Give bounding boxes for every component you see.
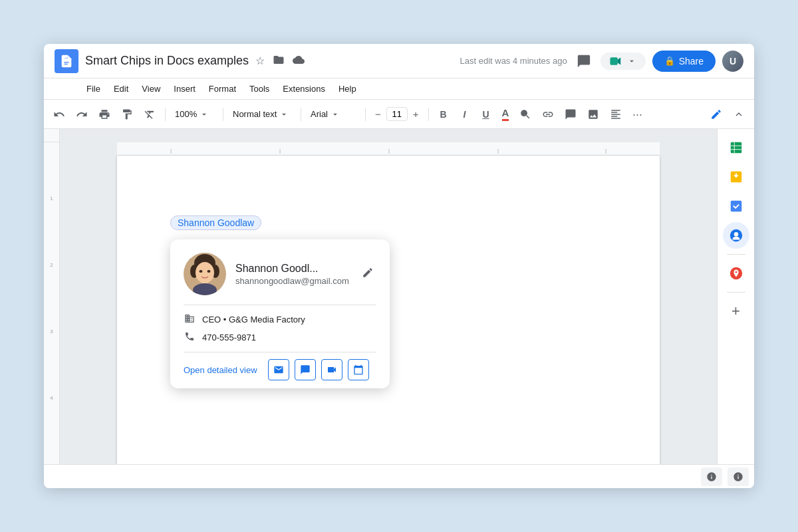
menu-bar: File Edit View Insert Format Tools Exten… [44, 78, 754, 100]
comment-inline-button[interactable] [561, 106, 581, 123]
last-edit-text: Last edit was 4 minutes ago [460, 56, 567, 66]
style-value: Normal text [233, 109, 277, 119]
building-icon [184, 313, 196, 326]
menu-format[interactable]: Format [203, 81, 241, 96]
content-area: 1 2 3 4 | | | | | Sha [44, 129, 754, 464]
title-area: Smart Chips in Docs examples ☆ [85, 53, 453, 70]
ruler-mark-4: | [605, 148, 606, 154]
user-avatar[interactable]: U [722, 51, 743, 72]
person-phone-text: 470-555-9871 [202, 332, 256, 342]
person-info: Shannon Goodl... shannongoodlaw@gmail.co… [235, 263, 350, 286]
person-card: Shannon Goodl... shannongoodlaw@gmail.co… [170, 239, 390, 388]
title-bar: Smart Chips in Docs examples ☆ Last edit… [44, 44, 754, 78]
style-select[interactable]: Normal text [229, 106, 295, 122]
open-detail-button[interactable]: Open detailed view [184, 362, 257, 378]
zoom-value: 100% [175, 109, 197, 119]
folder-icon[interactable] [271, 53, 286, 70]
menu-help[interactable]: Help [333, 81, 362, 96]
font-select[interactable]: Arial [307, 106, 360, 122]
comment-button[interactable] [574, 51, 594, 71]
smart-chip-container: Shannon Goodlaw [170, 215, 261, 230]
suggest-edits-button[interactable] [706, 106, 726, 123]
ruler-corner [44, 129, 59, 142]
star-icon[interactable]: ☆ [254, 53, 266, 68]
share-button[interactable]: 🔒 Share [652, 51, 716, 72]
left-ruler: 1 2 3 4 [44, 129, 60, 464]
calendar-action-button[interactable] [348, 359, 369, 380]
sidebar-maps-button[interactable] [723, 260, 749, 287]
svg-marker-2 [617, 57, 620, 65]
font-value: Arial [311, 109, 328, 119]
info-button[interactable] [728, 467, 749, 486]
docs-app-icon [55, 49, 78, 73]
clear-format-button[interactable] [140, 106, 160, 123]
sidebar-divider-1 [727, 254, 745, 255]
sidebar-divider-2 [727, 292, 745, 293]
person-actions: Open detailed view [184, 352, 376, 388]
font-size-area: − + [371, 106, 423, 122]
sidebar-keep-button[interactable] [723, 164, 749, 190]
ruler-mark-1: | [279, 148, 281, 154]
bold-button[interactable]: B [434, 106, 453, 122]
font-size-input[interactable] [386, 107, 408, 121]
person-edit-button[interactable] [359, 264, 376, 284]
ruler-top: | | | | | [117, 142, 660, 156]
menu-view[interactable]: View [136, 81, 166, 96]
image-button[interactable] [583, 106, 603, 123]
menu-extensions[interactable]: Extensions [277, 81, 331, 96]
smart-chip-shannon[interactable]: Shannon Goodlaw [170, 215, 261, 230]
explore-button[interactable] [701, 467, 722, 486]
menu-edit[interactable]: Edit [108, 81, 134, 96]
bottom-bar [44, 464, 754, 488]
doc-scroll[interactable]: | | | | | Shannon Goodlaw [60, 129, 717, 464]
menu-tools[interactable]: Tools [244, 81, 275, 96]
ruler-tick-4: 4 [44, 395, 59, 401]
share-label: Share [679, 56, 704, 66]
ruler-tick-3: 3 [44, 329, 59, 334]
more-button[interactable]: ⋯ [628, 106, 646, 123]
svg-rect-13 [730, 142, 741, 154]
person-header: Shannon Goodl... shannongoodlaw@gmail.co… [184, 253, 376, 295]
align-button[interactable] [606, 106, 626, 123]
toolbar-divider-4 [365, 108, 366, 121]
ruler-mark-3: | [497, 148, 499, 154]
italic-button[interactable]: I [456, 106, 474, 122]
underline-button[interactable]: U [477, 106, 495, 122]
menu-file[interactable]: File [81, 81, 106, 96]
ruler-tick-2: 2 [44, 262, 59, 268]
right-sidebar: + [717, 129, 754, 464]
video-action-button[interactable] [321, 359, 342, 380]
ruler-mark-2: | [388, 148, 390, 154]
link-button[interactable] [538, 106, 558, 123]
font-size-increase[interactable]: + [409, 106, 423, 122]
expand-button[interactable] [729, 106, 749, 123]
sidebar-add-button[interactable]: + [723, 298, 749, 325]
menu-insert[interactable]: Insert [168, 81, 201, 96]
cloud-icon[interactable] [291, 53, 306, 70]
zoom-select[interactable]: 100% [171, 106, 217, 122]
font-size-decrease[interactable]: − [371, 106, 385, 122]
meet-icon [610, 57, 623, 66]
svg-rect-3 [610, 57, 617, 65]
sidebar-tasks-button[interactable] [723, 193, 749, 219]
sidebar-contacts-button[interactable] [723, 222, 749, 249]
text-color-button[interactable]: A [498, 104, 513, 124]
svg-point-10 [207, 270, 211, 273]
ruler-left-content: 1 2 3 4 [44, 142, 59, 464]
highlight-button[interactable] [515, 106, 535, 123]
title-row: Smart Chips in Docs examples ☆ [85, 53, 453, 70]
toolbar-divider-3 [301, 108, 301, 121]
print-button[interactable] [94, 106, 114, 123]
paint-format-button[interactable] [117, 106, 137, 123]
svg-rect-18 [730, 201, 741, 212]
person-job-text: CEO • G&G Media Factory [202, 315, 305, 325]
sidebar-sheets-button[interactable] [723, 134, 749, 161]
meet-button[interactable] [600, 53, 646, 70]
email-action-button[interactable] [268, 359, 289, 380]
redo-button[interactable] [72, 106, 92, 123]
chat-action-button[interactable] [295, 359, 316, 380]
lock-icon: 🔒 [664, 56, 675, 66]
person-email: shannongoodlaw@gmail.com [235, 276, 350, 286]
title-icons: ☆ [254, 53, 306, 70]
undo-button[interactable] [49, 106, 69, 123]
